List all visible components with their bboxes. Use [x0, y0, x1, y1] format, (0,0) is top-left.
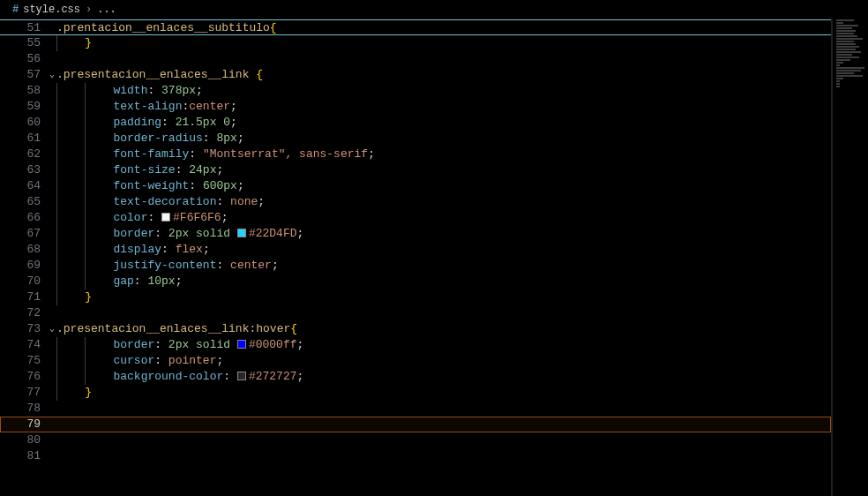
code-line[interactable]: 72 — [0, 305, 831, 321]
color-swatch[interactable] — [237, 372, 246, 380]
line-number: 56 — [0, 51, 56, 67]
fold-chevron-icon[interactable]: ⌄ — [49, 67, 55, 83]
code-line[interactable]: 55 } — [0, 35, 831, 51]
code-line[interactable]: 60 padding: 21.5px 0; — [0, 115, 831, 131]
code-content[interactable]: .presentacion__enlaces__link { — [56, 67, 831, 83]
code-line[interactable]: 78 — [0, 401, 831, 417]
color-swatch[interactable] — [161, 213, 170, 222]
code-content[interactable]: font-size: 24px; — [56, 162, 831, 178]
minimap-line — [836, 62, 843, 64]
code-content[interactable]: } — [56, 385, 831, 401]
code-content[interactable]: color: #F6F6F6; — [56, 210, 831, 226]
line-number: 60 — [0, 115, 56, 131]
minimap-line — [836, 27, 852, 29]
css-value: center — [230, 259, 272, 272]
code-line[interactable]: 77 } — [0, 385, 831, 401]
code-content[interactable]: } — [56, 35, 831, 51]
code-line[interactable]: 63 font-size: 24px; — [0, 162, 831, 178]
minimap-line — [836, 51, 861, 53]
line-number: 76 — [0, 369, 56, 385]
fold-chevron-icon[interactable]: ⌄ — [49, 321, 55, 337]
semicolon: ; — [296, 370, 303, 383]
css-property: display — [113, 243, 161, 256]
code-line[interactable]: 68 display: flex; — [0, 242, 831, 258]
breadcrumb[interactable]: # style.css › ... — [0, 0, 868, 19]
color-swatch[interactable] — [237, 229, 246, 237]
colon: : — [161, 116, 176, 129]
line-number: 55 — [0, 35, 56, 51]
code-content[interactable]: text-align:center; — [56, 99, 831, 115]
minimap-line — [836, 78, 843, 79]
code-content[interactable]: } — [56, 289, 831, 305]
code-line[interactable]: 66 color: #F6F6F6; — [0, 210, 831, 226]
code-line[interactable]: 73⌄.presentacion__enlaces__link:hover{ — [0, 321, 831, 337]
code-content[interactable]: border-radius: 8px; — [56, 131, 831, 147]
breadcrumb-file[interactable]: style.css — [23, 4, 80, 16]
colon: : — [189, 147, 203, 161]
code-line[interactable]: 71 } — [0, 289, 831, 305]
color-swatch[interactable] — [237, 340, 246, 349]
colon: : — [216, 259, 230, 272]
code-line[interactable]: 80 — [0, 432, 831, 448]
code-line[interactable]: 61 border-radius: 8px; — [0, 131, 831, 147]
code-line[interactable]: 70 gap: 10px; — [0, 274, 831, 289]
css-value: 2px solid — [168, 338, 237, 351]
colon: : — [147, 84, 161, 97]
code-line[interactable]: 69 justify-content: center; — [0, 258, 831, 274]
colon: : — [154, 354, 168, 367]
code-content[interactable]: .presentacion__enlaces__link:hover{ — [56, 321, 831, 337]
code-content[interactable]: gap: 10px; — [56, 274, 831, 289]
sticky-scroll-header[interactable]: 51 .prentacion__enlaces__subtitulo{ — [0, 19, 831, 35]
colon: : — [223, 370, 237, 383]
code-line[interactable]: 56 — [0, 51, 831, 67]
code-content[interactable]: width: 378px; — [56, 83, 831, 99]
css-value: #0000ff — [249, 338, 297, 351]
code-line[interactable]: 74 border: 2px solid #0000ff; — [0, 337, 831, 353]
breadcrumb-scope[interactable]: ... — [97, 4, 116, 16]
css-selector: .presentacion__enlaces__link:hover — [56, 322, 290, 335]
css-property: background-color — [113, 370, 223, 383]
code-line[interactable]: 67 border: 2px solid #22D4FD; — [0, 226, 831, 242]
code-content[interactable]: font-weight: 600px; — [56, 178, 831, 194]
colon: : — [154, 338, 168, 351]
code-content[interactable]: justify-content: center; — [56, 258, 831, 274]
code-line[interactable]: 64 font-weight: 600px; — [0, 178, 831, 194]
code-content[interactable]: background-color: #272727; — [56, 369, 831, 385]
code-line[interactable]: 57⌄.presentacion__enlaces__link { — [0, 67, 831, 83]
minimap-line — [836, 22, 843, 24]
code-line[interactable]: 76 background-color: #272727; — [0, 369, 831, 385]
code-line[interactable]: 59 text-align:center; — [0, 99, 831, 115]
code-content[interactable]: padding: 21.5px 0; — [56, 115, 831, 131]
code-content[interactable]: display: flex; — [56, 242, 831, 258]
line-number: 70 — [0, 274, 56, 289]
css-value: 600px — [203, 179, 237, 192]
css-value: 21.5px 0 — [176, 116, 230, 129]
line-number: 71 — [0, 289, 56, 305]
code-line[interactable]: 81 — [0, 448, 831, 464]
code-line[interactable]: 65 text-decoration: none; — [0, 194, 831, 210]
brace: } — [85, 36, 92, 49]
line-number: 81 — [0, 448, 56, 464]
css-property: border-radius — [113, 132, 202, 145]
colon: : — [134, 274, 148, 288]
code-content[interactable]: border: 2px solid #22D4FD; — [56, 226, 831, 242]
code-editor[interactable]: 51 .prentacion__enlaces__subtitulo{ 55 }… — [0, 19, 868, 496]
css-file-icon: # — [12, 4, 19, 16]
code-line[interactable]: 75 cursor: pointer; — [0, 353, 831, 369]
line-number: 63 — [0, 162, 56, 178]
code-content[interactable]: font-family: "Montserrat", sans-serif; — [56, 147, 831, 162]
code-content[interactable]: border: 2px solid #0000ff; — [56, 337, 831, 353]
line-number: 57⌄ — [0, 67, 56, 83]
code-content[interactable]: text-decoration: none; — [56, 194, 831, 210]
minimap-line — [836, 56, 859, 58]
css-property: cursor — [113, 354, 154, 367]
code-content[interactable]: cursor: pointer; — [56, 353, 831, 369]
css-selector: .prentacion__enlaces__subtitulo — [56, 21, 270, 34]
code-line[interactable]: 58 width: 378px; — [0, 83, 831, 99]
line-number: 62 — [0, 147, 56, 162]
brace: { — [270, 21, 277, 34]
code-line[interactable]: 62 font-family: "Montserrat", sans-serif… — [0, 147, 831, 162]
minimap[interactable] — [833, 19, 868, 496]
css-property: padding — [113, 116, 161, 129]
code-line[interactable]: 79 — [0, 417, 831, 432]
